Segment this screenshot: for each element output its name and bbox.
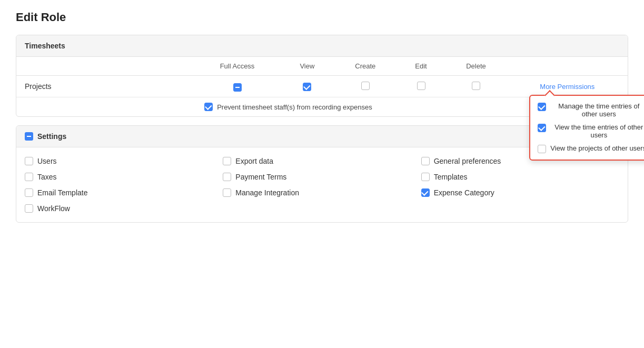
col-header-edit: Edit [397, 57, 445, 76]
settings-item-label: WorkFlow [37, 204, 70, 213]
popup-item-label-1: Manage the time entries of other users [550, 102, 644, 118]
col-header-label [16, 57, 194, 76]
settings-item-label: Expense Category [434, 188, 494, 197]
more-permissions-popup: × Manage the time entries of other users… [529, 95, 644, 161]
table-row: Projects More Permissio [16, 76, 628, 97]
checkbox-view[interactable] [303, 83, 311, 91]
settings-item: Manage Integration [223, 185, 421, 200]
popup-container: More Permissions × Manage the time entri… [540, 82, 595, 91]
checkbox-edit[interactable] [417, 82, 425, 90]
checkbox-full-access[interactable] [233, 83, 242, 92]
settings-item: WorkFlow [25, 201, 223, 216]
settings-item: Templates [421, 170, 619, 184]
settings-item-label: Export data [235, 157, 273, 165]
settings-item: Users [25, 154, 223, 168]
settings-checkbox-7[interactable] [223, 188, 231, 197]
cell-projects-delete[interactable] [445, 76, 507, 97]
popup-checkbox-1[interactable] [538, 103, 546, 111]
settings-item-label: Templates [434, 173, 468, 181]
checkbox-create[interactable] [361, 82, 370, 90]
settings-label: Settings [37, 132, 66, 141]
settings-item: Payment Terms [223, 170, 421, 184]
popup-item-1: Manage the time entries of other users [538, 102, 644, 118]
settings-item-label: Email Template [37, 188, 87, 197]
cell-more-permissions: More Permissions × Manage the time entri… [507, 76, 628, 97]
popup-item-2: View the time entries of other users [538, 123, 644, 139]
settings-item-label: General preferences [434, 157, 501, 165]
settings-collapse-icon[interactable] [25, 132, 33, 141]
popup-item-label-3: View the projects of other users [550, 144, 644, 152]
popup-item-3: View the projects of other users [538, 144, 644, 153]
prevent-cell-empty [16, 97, 194, 117]
popup-item-label-2: View the time entries of other users [550, 123, 644, 139]
checkbox-delete[interactable] [472, 82, 480, 90]
cell-projects-create[interactable] [334, 76, 397, 97]
settings-checkbox-5[interactable] [421, 173, 430, 181]
col-header-delete: Delete [445, 57, 507, 76]
timesheets-header: Timesheets [16, 35, 628, 57]
checkbox-prevent-expense[interactable] [204, 103, 213, 111]
col-header-view: View [281, 57, 334, 76]
cell-projects-view[interactable] [281, 76, 334, 97]
timesheets-label: Timesheets [25, 42, 65, 50]
settings-checkbox-2[interactable] [421, 157, 430, 165]
settings-checkbox-9[interactable] [25, 204, 33, 213]
settings-item: Export data [223, 154, 421, 168]
cell-projects-full-access[interactable] [194, 76, 281, 97]
prevent-expense-label: Prevent timesheet staff(s) from recordin… [217, 103, 372, 111]
settings-checkbox-6[interactable] [25, 188, 33, 197]
cell-projects-edit[interactable] [397, 76, 445, 97]
settings-item: Email Template [25, 185, 223, 200]
page-title: Edit Role [16, 11, 628, 24]
row-label-projects: Projects [16, 76, 194, 97]
popup-checkbox-3[interactable] [538, 145, 546, 153]
settings-checkbox-3[interactable] [25, 173, 33, 181]
col-header-full-access: Full Access [194, 57, 281, 76]
settings-item-label: Payment Terms [235, 173, 286, 181]
settings-checkbox-4[interactable] [223, 173, 231, 181]
popup-checkbox-2[interactable] [538, 124, 546, 132]
settings-item: Expense Category [421, 185, 619, 200]
col-header-create: Create [334, 57, 397, 76]
settings-item-label: Taxes [37, 173, 57, 181]
timesheets-section: Timesheets Full Access View Create Edit … [16, 35, 628, 117]
settings-checkbox-8[interactable] [421, 188, 430, 197]
settings-item-label: Manage Integration [235, 188, 299, 197]
settings-checkbox-1[interactable] [223, 157, 231, 165]
more-permissions-link[interactable]: More Permissions [540, 83, 595, 91]
settings-checkbox-0[interactable] [25, 157, 33, 165]
settings-item: Taxes [25, 170, 223, 184]
permissions-table: Full Access View Create Edit Delete Proj… [16, 57, 628, 116]
col-header-extra [507, 57, 628, 76]
settings-item-label: Users [37, 157, 57, 165]
